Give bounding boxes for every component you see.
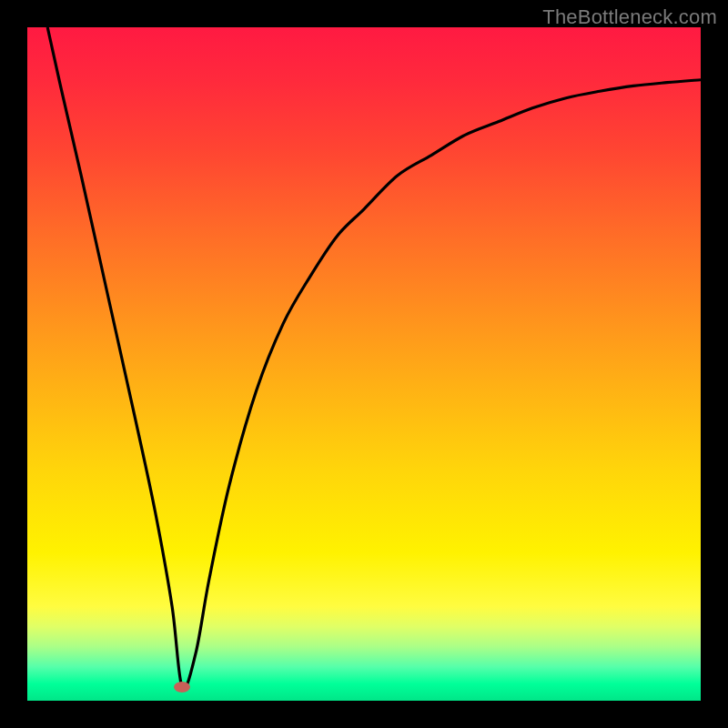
watermark-text: TheBottleneck.com: [542, 5, 717, 29]
bottleneck-curve: [27, 27, 701, 701]
plot-area: [27, 27, 701, 701]
curve-path: [47, 27, 701, 689]
optimal-point-marker: [174, 682, 190, 693]
chart-frame: TheBottleneck.com: [0, 0, 728, 728]
